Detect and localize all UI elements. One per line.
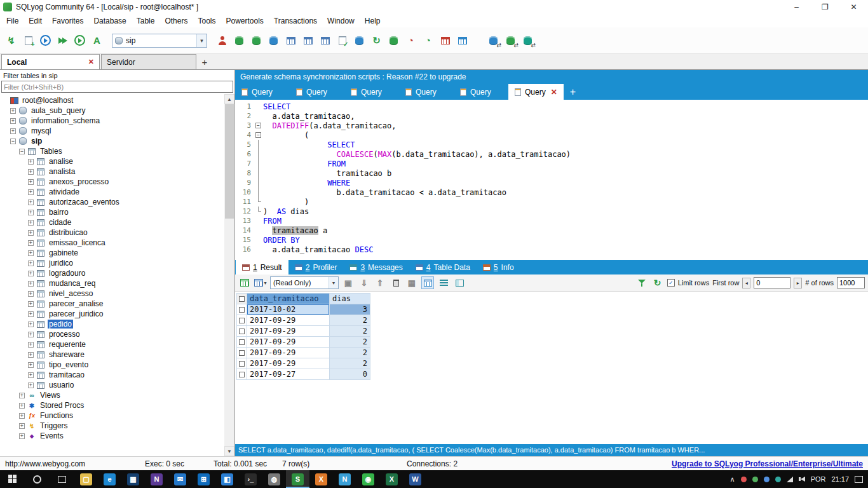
expander-icon[interactable]: − (10, 139, 16, 144)
tree-item-anexos-processo[interactable]: +anexos_processo (0, 177, 224, 187)
expander-icon[interactable]: + (10, 128, 16, 134)
import-resultset-icon[interactable]: ⇑ (374, 276, 386, 289)
word-taskbar-button[interactable]: W (403, 470, 427, 488)
tree-item-usuario[interactable]: +usuario (0, 380, 224, 390)
scroll-down-icon[interactable]: ▼ (224, 446, 234, 456)
manage-indexes-icon[interactable] (316, 32, 334, 49)
expander-icon[interactable]: + (28, 352, 34, 358)
format-query-icon[interactable]: A (88, 32, 105, 49)
tray-app-icon[interactable] (764, 477, 770, 482)
first-row-increment-button[interactable]: ▸ (794, 278, 802, 288)
tree-item-processo[interactable]: +processo (0, 329, 224, 339)
checkbox-icon[interactable] (239, 361, 245, 367)
expander-icon[interactable]: + (28, 301, 34, 307)
terminal-taskbar-button[interactable]: ›_ (239, 470, 262, 488)
fold-collapse-icon[interactable]: − (255, 123, 261, 128)
tab-servidor[interactable]: Servidor (101, 54, 196, 69)
query-tab[interactable]: Query (235, 84, 290, 100)
tree-item-atividade[interactable]: +atividade (0, 187, 224, 197)
tab-local[interactable]: Local ✕ (1, 54, 100, 69)
checkbox-icon[interactable] (239, 350, 245, 356)
grid-options-icon[interactable]: ▾ (254, 276, 267, 289)
tree-item-stored-procs[interactable]: +✱Stored Procs (0, 400, 224, 410)
import-external-data-icon[interactable] (454, 32, 471, 49)
copy-database-icon[interactable] (437, 32, 454, 49)
tree-item-events[interactable]: +◆Events (0, 431, 224, 441)
tree-item-tramitacao[interactable]: +tramitacao (0, 370, 224, 380)
filter-input[interactable] (1, 81, 233, 93)
refresh-icon[interactable]: ↻ (651, 276, 664, 289)
cell-data-tramitacao[interactable]: 2017-10-02 (247, 304, 330, 315)
tree-item-bairro[interactable]: +bairro (0, 207, 224, 217)
num-rows-input[interactable] (837, 277, 865, 288)
maximize-button[interactable]: ❐ (811, 0, 839, 14)
expander-icon[interactable]: + (10, 108, 16, 114)
grid-view-button[interactable] (421, 276, 434, 289)
tree-item-cidade[interactable]: +cidade (0, 217, 224, 227)
row-select-cell[interactable] (237, 315, 247, 326)
tree-item-distribuicao[interactable]: +distribuicao (0, 227, 224, 238)
history-icon[interactable]: ◔ (402, 32, 419, 49)
backup-database-icon[interactable] (385, 32, 402, 49)
query-tab[interactable]: Query (454, 84, 508, 100)
refresh-grid-icon[interactable] (238, 276, 251, 289)
column-header-dias[interactable]: dias (330, 294, 370, 304)
upgrade-banner[interactable]: Generate schema synchronization scripts … (235, 70, 868, 84)
menu-edit[interactable]: Edit (24, 15, 47, 27)
explain-query-icon[interactable] (71, 32, 88, 49)
tree-item-gabinete[interactable]: +gabinete (0, 248, 224, 258)
edit-mode-dropdown[interactable]: (Read Only) ▾ (270, 276, 339, 289)
tab-info[interactable]: 5Info (477, 260, 520, 274)
upgrade-link[interactable]: Upgrade to SQLyog Professional/Enterpris… (672, 459, 863, 468)
tray-app-icon[interactable] (752, 477, 758, 482)
file-explorer-taskbar-button[interactable]: ▢ (74, 470, 98, 488)
tree-item-triggers[interactable]: +↯Triggers (0, 421, 224, 431)
tree-item-mysql[interactable]: +mysql (0, 126, 224, 136)
expander-icon[interactable]: + (28, 291, 34, 297)
cell-dias[interactable]: 0 (330, 369, 370, 380)
expander-icon[interactable]: + (28, 281, 34, 287)
tree-item-pedido[interactable]: +pedido (0, 319, 224, 329)
close-tab-icon[interactable]: ✕ (88, 58, 94, 66)
sql-editor[interactable]: 1SELECT2 a.data_tramitacao,3− DATEDIFF(a… (235, 100, 868, 260)
row-select-cell[interactable] (237, 348, 247, 358)
mail-app-taskbar-button[interactable]: ✉ (168, 470, 192, 488)
expander-icon[interactable]: + (28, 189, 34, 195)
tab-profiler[interactable]: 2Profiler (288, 260, 344, 274)
row-select-cell[interactable] (237, 369, 247, 380)
expander-icon[interactable]: + (28, 200, 34, 205)
close-button[interactable]: ✕ (839, 0, 868, 14)
create-database-icon[interactable] (231, 32, 248, 49)
notification-center-icon[interactable] (855, 476, 863, 483)
vscode-taskbar-button[interactable]: ◧ (215, 470, 239, 488)
filter-icon[interactable] (635, 276, 648, 289)
language-indicator[interactable]: POR (811, 475, 826, 483)
scheduled-jobs-icon[interactable]: ◔ (419, 32, 437, 49)
tree-item-emissao-licenca[interactable]: +emissao_licenca (0, 238, 224, 248)
cell-data-tramitacao[interactable]: 2017-09-29 (247, 326, 330, 337)
new-query-editor-icon[interactable]: + (20, 32, 37, 49)
schema-sync-icon[interactable]: ⇄ (485, 32, 502, 49)
cell-data-tramitacao[interactable]: 2017-09-29 (247, 337, 330, 348)
tree-item-parecer-juridico[interactable]: +parecer_juridico (0, 309, 224, 319)
tree-item-aula-sub-query[interactable]: +aula_sub_query (0, 105, 224, 116)
expander-icon[interactable]: + (28, 342, 34, 348)
cell-dias[interactable]: 2 (330, 348, 370, 358)
export-database-icon[interactable] (351, 32, 368, 49)
tab-result[interactable]: 1Result (236, 260, 288, 274)
expander-icon[interactable]: + (28, 311, 34, 317)
checkbox-icon[interactable] (239, 339, 245, 345)
tree-item-root-localhost[interactable]: root@localhost (0, 95, 224, 105)
tray-app-icon[interactable] (775, 477, 781, 482)
new-connection-tab-button[interactable]: + (196, 54, 213, 69)
scroll-up-icon[interactable]: ▲ (224, 94, 234, 104)
tab-table-data[interactable]: 4Table Data (409, 260, 477, 274)
tree-item-autorizacao-eventos[interactable]: +autorizacao_eventos (0, 197, 224, 207)
first-row-input[interactable] (754, 277, 790, 288)
expander-icon[interactable]: + (10, 118, 16, 124)
alter-table-icon[interactable] (299, 32, 316, 49)
excel-taskbar-button[interactable]: X (380, 470, 403, 488)
execute-query-icon[interactable] (37, 32, 54, 49)
menu-help[interactable]: Help (360, 15, 386, 27)
start-button[interactable] (0, 470, 25, 488)
